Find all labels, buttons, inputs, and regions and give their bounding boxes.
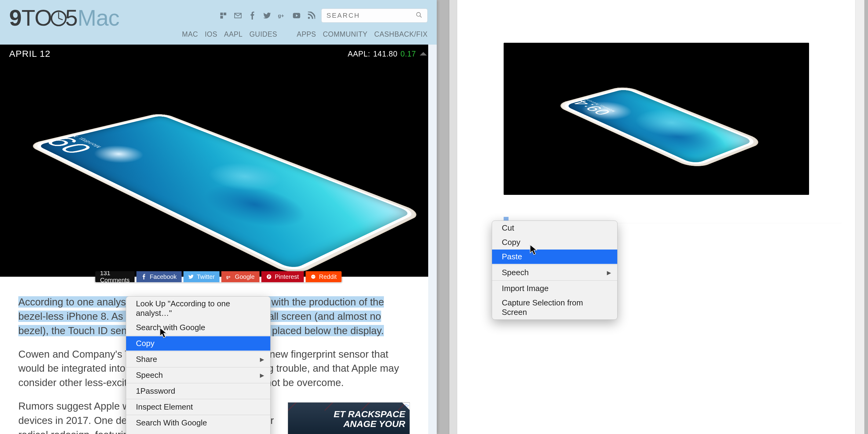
stock-change: 0.17 — [400, 50, 416, 58]
display-ad[interactable]: ▷ ET RACKSPACEANAGE YOUR — [288, 402, 410, 434]
logo-part-mac: Mac — [78, 5, 119, 31]
nav-cashback[interactable]: CASHBACK/FIX — [374, 30, 428, 38]
cm-import-image[interactable]: Import Image — [492, 281, 617, 296]
document-right-scrollbar[interactable] — [855, 0, 864, 434]
cm-speech[interactable]: Speech — [492, 266, 617, 280]
logo-part-to: TO — [21, 5, 52, 31]
search-input[interactable] — [327, 11, 416, 20]
twitter-icon[interactable] — [263, 11, 272, 20]
document-window: 09:41 Monday, November 3 — [449, 0, 864, 434]
context-menu-browser: Look Up "According to one analyst…" Sear… — [126, 296, 271, 434]
svg-point-11 — [312, 276, 313, 277]
svg-rect-1 — [223, 12, 226, 15]
share-facebook[interactable]: Facebook — [136, 271, 181, 282]
date-bar: APRIL 12 AAPL: 141.80 0.17 — [0, 44, 437, 63]
share-reddit[interactable]: Reddit — [306, 271, 342, 282]
svg-rect-2 — [220, 16, 223, 19]
context-menu-document: Cut Copy Paste Speech Import Image Captu… — [492, 220, 618, 320]
cm-copy[interactable]: Copy — [492, 235, 617, 250]
cm-cut[interactable]: Cut — [492, 221, 617, 235]
browser-window: 9TO5Mac g+ MAC IOS AAPL GUI — [0, 0, 437, 434]
share-google[interactable]: g+Google — [221, 271, 259, 282]
rss-icon[interactable] — [307, 11, 316, 20]
page-date: APRIL 12 — [9, 49, 51, 59]
cm-inspect-element[interactable]: Inspect Element — [126, 400, 270, 414]
stock-price: 141.80 — [373, 50, 397, 58]
stock-up-icon — [419, 51, 428, 57]
share-strip: 131 Comments Facebook Twitter g+Google P… — [95, 271, 342, 282]
search-box — [321, 8, 428, 23]
cm-search-google[interactable]: Search with Google — [126, 320, 270, 335]
svg-text:g+: g+ — [278, 13, 284, 19]
phone-render: 09:41 Monday, November 3 — [26, 113, 424, 276]
nav-guides[interactable]: GUIDES — [249, 30, 277, 38]
pasted-image[interactable]: 09:41 Monday, November 3 — [504, 43, 809, 195]
nav-aapl[interactable]: AAPL — [224, 30, 243, 38]
phone-render-small: 09:41 Monday, November 3 — [553, 85, 766, 169]
facebook-icon[interactable] — [248, 11, 257, 20]
cm-speech[interactable]: Speech — [126, 368, 270, 382]
nav-apps[interactable]: APPS — [297, 30, 316, 38]
top-utilities: g+ — [219, 8, 428, 23]
document-canvas[interactable]: 09:41 Monday, November 3 — [457, 0, 855, 434]
svg-text:P: P — [268, 275, 270, 279]
browser-scrollbar[interactable] — [428, 0, 437, 434]
share-pinterest[interactable]: PPinterest — [261, 271, 304, 282]
cm-capture-selection[interactable]: Capture Selection from Screen — [492, 296, 617, 319]
cm-share[interactable]: Share — [126, 352, 270, 367]
email-icon[interactable] — [233, 11, 243, 20]
cm-sep — [126, 399, 270, 399]
site-logo[interactable]: 9TO5Mac — [9, 5, 119, 31]
nav-ios[interactable]: IOS — [205, 30, 217, 38]
cm-search-with-google[interactable]: Search With Google — [126, 416, 270, 430]
cm-sep — [126, 383, 270, 383]
cm-sep — [126, 367, 270, 367]
cm-lookup[interactable]: Look Up "According to one analyst…" — [126, 297, 270, 320]
svg-point-10 — [311, 275, 315, 279]
cm-paste[interactable]: Paste — [492, 250, 617, 264]
stock-symbol: AAPL: — [347, 50, 370, 58]
nav-community[interactable]: COMMUNITY — [323, 30, 367, 38]
cm-1password[interactable]: 1Password — [126, 384, 270, 398]
search-icon[interactable] — [416, 11, 423, 20]
comments-chip[interactable]: 131 Comments — [95, 271, 135, 282]
svg-text:g+: g+ — [226, 275, 230, 279]
cm-sep — [126, 335, 270, 336]
youtube-icon[interactable] — [292, 11, 301, 20]
share-twitter[interactable]: Twitter — [183, 271, 220, 282]
logo-part-9: 9 — [9, 5, 21, 31]
site-header: 9TO5Mac g+ MAC IOS AAPL GUI — [0, 0, 437, 44]
text-cursor-selection — [504, 217, 508, 220]
flipboard-icon[interactable] — [219, 11, 228, 20]
nav-mac[interactable]: MAC — [182, 30, 198, 38]
svg-rect-0 — [220, 12, 223, 15]
cm-copy[interactable]: Copy — [126, 336, 270, 351]
cm-sep — [126, 415, 270, 415]
stock-ticker[interactable]: AAPL: 141.80 0.17 — [347, 50, 428, 58]
primary-nav: MAC IOS AAPL GUIDES APPS COMMUNITY CASHB… — [182, 30, 428, 38]
cm-sep — [492, 280, 617, 281]
google-plus-icon[interactable]: g+ — [277, 11, 286, 20]
cm-tweet[interactable]: Tweet — [126, 430, 270, 434]
svg-point-12 — [314, 276, 314, 277]
cm-sep — [492, 265, 617, 265]
svg-point-6 — [416, 12, 421, 17]
logo-part-5: 5 — [65, 5, 78, 31]
svg-point-5 — [308, 17, 310, 19]
article-hero-image: 09:41 Monday, November 3 — [0, 63, 428, 277]
document-left-gutter — [449, 0, 457, 434]
cm-sep — [126, 351, 270, 351]
